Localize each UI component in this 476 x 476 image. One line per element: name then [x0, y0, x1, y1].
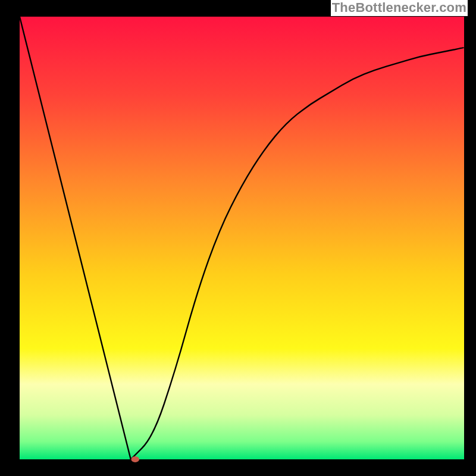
optimal-marker [131, 456, 139, 462]
gradient-plot-area [20, 17, 464, 459]
chart-frame: TheBottlenecker.com [0, 0, 476, 476]
bottleneck-chart [0, 0, 476, 476]
